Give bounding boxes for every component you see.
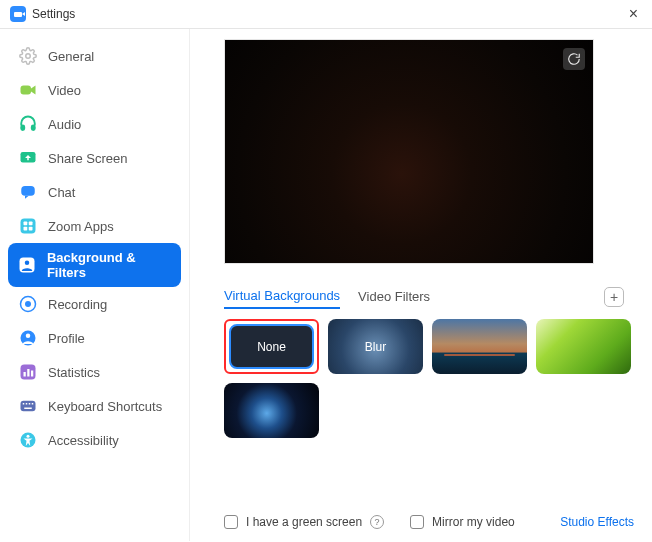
content: General Video Audio Share Screen Chat <box>0 29 652 541</box>
profile-icon <box>18 328 38 348</box>
svg-rect-21 <box>21 401 36 412</box>
tab-virtual-backgrounds[interactable]: Virtual Backgrounds <box>224 284 340 309</box>
svg-rect-9 <box>24 227 28 231</box>
green-screen-label: I have a green screen <box>246 515 362 529</box>
background-blur[interactable]: Blur <box>328 319 423 374</box>
sidebar-item-label: Accessibility <box>48 433 119 448</box>
svg-rect-24 <box>29 403 31 405</box>
sidebar-item-statistics[interactable]: Statistics <box>8 355 181 389</box>
window-title: Settings <box>32 7 75 21</box>
sidebar-item-share-screen[interactable]: Share Screen <box>8 141 181 175</box>
sidebar: General Video Audio Share Screen Chat <box>0 29 190 541</box>
green-screen-checkbox[interactable] <box>224 515 238 529</box>
background-image-earth[interactable] <box>224 383 319 438</box>
mirror-checkbox[interactable] <box>410 515 424 529</box>
sidebar-item-audio[interactable]: Audio <box>8 107 181 141</box>
footer-row: I have a green screen ? Mirror my video … <box>224 515 634 529</box>
background-image-grass[interactable] <box>536 319 631 374</box>
svg-rect-1 <box>21 86 32 95</box>
titlebar: Settings × <box>0 0 652 29</box>
titlebar-left: Settings <box>10 6 75 22</box>
green-screen-help-icon[interactable]: ? <box>370 515 384 529</box>
add-background-button[interactable]: + <box>604 287 624 307</box>
sidebar-item-label: Zoom Apps <box>48 219 114 234</box>
keyboard-icon <box>18 396 38 416</box>
tab-video-filters[interactable]: Video Filters <box>358 285 430 308</box>
background-none-label: None <box>257 340 286 354</box>
studio-effects-link[interactable]: Studio Effects <box>560 515 634 529</box>
sidebar-item-label: Keyboard Shortcuts <box>48 399 162 414</box>
tabs: Virtual Backgrounds Video Filters + <box>224 284 624 309</box>
sidebar-item-label: Share Screen <box>48 151 128 166</box>
sidebar-item-profile[interactable]: Profile <box>8 321 181 355</box>
svg-rect-20 <box>31 371 33 377</box>
background-blur-label: Blur <box>365 340 386 354</box>
svg-rect-8 <box>29 222 33 226</box>
headphones-icon <box>18 114 38 134</box>
sidebar-item-video[interactable]: Video <box>8 73 181 107</box>
mirror-label: Mirror my video <box>432 515 515 529</box>
svg-rect-7 <box>24 222 28 226</box>
svg-rect-22 <box>23 403 25 405</box>
sidebar-item-label: Audio <box>48 117 81 132</box>
svg-rect-5 <box>21 186 35 196</box>
svg-rect-3 <box>32 126 35 131</box>
gear-icon <box>18 46 38 66</box>
sidebar-item-background-filters[interactable]: Background & Filters <box>8 243 181 287</box>
sidebar-item-recording[interactable]: Recording <box>8 287 181 321</box>
svg-rect-26 <box>24 408 32 410</box>
background-thumbnails: None Blur <box>224 319 634 438</box>
chat-icon <box>18 182 38 202</box>
close-button[interactable]: × <box>625 6 642 22</box>
sidebar-item-label: Video <box>48 83 81 98</box>
sidebar-item-general[interactable]: General <box>8 39 181 73</box>
background-none[interactable]: None <box>224 319 319 374</box>
sidebar-item-label: Background & Filters <box>47 250 171 280</box>
main-panel: Virtual Backgrounds Video Filters + None… <box>190 29 652 541</box>
sidebar-item-label: Chat <box>48 185 75 200</box>
svg-rect-6 <box>21 219 36 234</box>
sidebar-item-label: Statistics <box>48 365 100 380</box>
video-preview <box>224 39 594 264</box>
sidebar-item-zoom-apps[interactable]: Zoom Apps <box>8 209 181 243</box>
svg-rect-18 <box>24 372 26 377</box>
svg-point-14 <box>25 301 31 307</box>
sidebar-item-label: Recording <box>48 297 107 312</box>
sidebar-item-keyboard-shortcuts[interactable]: Keyboard Shortcuts <box>8 389 181 423</box>
apps-icon <box>18 216 38 236</box>
svg-point-12 <box>25 261 30 266</box>
video-icon <box>18 80 38 100</box>
background-image-bridge[interactable] <box>432 319 527 374</box>
app-logo-icon <box>10 6 26 22</box>
svg-rect-2 <box>21 126 24 131</box>
background-icon <box>18 255 37 275</box>
svg-point-0 <box>26 54 31 59</box>
svg-rect-25 <box>32 403 34 405</box>
share-screen-icon <box>18 148 38 168</box>
sidebar-item-label: General <box>48 49 94 64</box>
svg-rect-23 <box>26 403 28 405</box>
sidebar-item-label: Profile <box>48 331 85 346</box>
accessibility-icon <box>18 430 38 450</box>
sidebar-item-chat[interactable]: Chat <box>8 175 181 209</box>
svg-point-28 <box>27 435 30 438</box>
svg-rect-10 <box>29 227 33 231</box>
statistics-icon <box>18 362 38 382</box>
sidebar-item-accessibility[interactable]: Accessibility <box>8 423 181 457</box>
recording-icon <box>18 294 38 314</box>
svg-rect-19 <box>27 369 29 377</box>
rotate-button[interactable] <box>563 48 585 70</box>
svg-point-16 <box>26 334 31 339</box>
